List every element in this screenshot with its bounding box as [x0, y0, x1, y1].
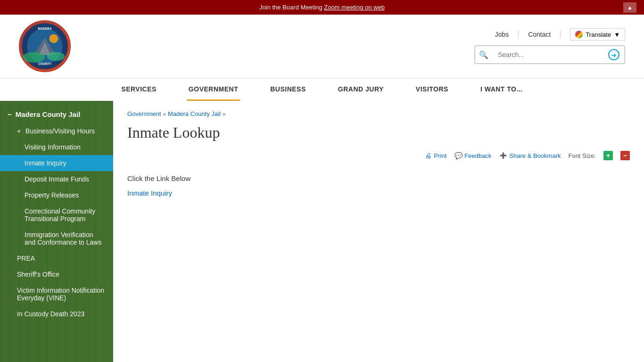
breadcrumb-separator-1: »	[163, 110, 168, 117]
font-size-label: Font Size:	[568, 152, 596, 159]
google-translate-icon	[575, 31, 583, 38]
scroll-top-button[interactable]: ▲	[623, 2, 636, 13]
translate-arrow: ▼	[614, 31, 620, 38]
content-toolbar: Print Feedback Share & Bookmark Font Siz…	[127, 151, 630, 160]
inmate-inquiry-link[interactable]: Inmate Inquiry	[127, 189, 172, 197]
sidebar-item-sheriffs-office[interactable]: Sheriff's Office	[0, 266, 113, 282]
feedback-button[interactable]: Feedback	[454, 151, 491, 160]
page-title: Inmate Lookup	[127, 124, 630, 141]
minus-icon: −	[8, 110, 12, 118]
sidebar-item-visiting-info[interactable]: Visiting Information	[0, 139, 113, 155]
content-intro: Click the Link Below	[127, 174, 630, 182]
search-submit-button[interactable]: ➜	[603, 46, 624, 63]
sidebar-item-property-releases[interactable]: Property Releases	[0, 187, 113, 203]
nav-grand-jury[interactable]: GRAND JURY	[336, 79, 386, 101]
search-icon: 🔍	[475, 50, 492, 59]
sidebar-item-deposit-funds[interactable]: Deposit Inmate Funds	[0, 171, 113, 187]
sidebar-item-correctional-community[interactable]: Correctional Community Transitional Prog…	[0, 203, 113, 227]
contact-link[interactable]: Contact	[528, 31, 551, 38]
sidebar-item-immigration[interactable]: Immigration Verification and Conformance…	[0, 227, 113, 250]
search-bar: 🔍 ➜	[474, 45, 625, 64]
content-area: − Madera County Jail + Business/Visiting…	[0, 101, 644, 362]
nav-government[interactable]: GOVERNMENT	[187, 79, 240, 101]
translate-label: Translate	[586, 31, 611, 38]
search-input[interactable]	[492, 48, 603, 61]
header-top-links: Jobs Contact Translate ▼	[495, 28, 625, 41]
sidebar-item-in-custody-death[interactable]: In Custody Death 2023	[0, 306, 113, 322]
divider2	[560, 31, 561, 38]
svg-point-4	[49, 34, 58, 43]
font-increase-button[interactable]: +	[603, 151, 613, 160]
sidebar-item-inmate-inquiry[interactable]: Inmate Inquiry	[0, 155, 113, 171]
sidebar-item-prea[interactable]: PREA	[0, 250, 113, 266]
sidebar-item-vine[interactable]: Victim Information Notification Everyday…	[0, 282, 113, 306]
print-icon	[424, 151, 432, 160]
sidebar-section-madera-jail[interactable]: − Madera County Jail	[0, 106, 113, 123]
breadcrumb: Government » Madera County Jail »	[127, 110, 630, 117]
jobs-link[interactable]: Jobs	[495, 31, 509, 38]
breadcrumb-madera-jail[interactable]: Madera County Jail	[168, 110, 221, 117]
sidebar-item-business-visiting[interactable]: + Business/Visiting Hours	[0, 123, 113, 139]
logo-area: MADERA COUNTY	[19, 20, 71, 72]
share-bookmark-label: Share & Bookmark	[509, 152, 561, 159]
font-decrease-button[interactable]: −	[620, 151, 630, 160]
breadcrumb-government[interactable]: Government	[127, 110, 161, 117]
svg-point-8	[47, 52, 65, 61]
search-submit-icon: ➜	[608, 49, 619, 60]
header-right: Jobs Contact Translate ▼ 🔍 ➜	[474, 28, 625, 64]
sidebar-section-title-label: Madera County Jail	[16, 110, 81, 118]
divider	[518, 31, 519, 38]
nav-visitors[interactable]: VISITORS	[414, 79, 450, 101]
print-button[interactable]: Print	[424, 151, 447, 160]
nav-services[interactable]: SERVICES	[119, 79, 158, 101]
feedback-icon	[454, 151, 462, 160]
translate-button[interactable]: Translate ▼	[570, 28, 625, 41]
main-nav: SERVICES GOVERNMENT BUSINESS GRAND JURY …	[0, 78, 644, 101]
share-bookmark-button[interactable]: Share & Bookmark	[499, 151, 561, 160]
main-content: Government » Madera County Jail » Inmate…	[113, 101, 644, 362]
breadcrumb-separator-2: »	[223, 110, 226, 117]
logo: MADERA COUNTY	[19, 20, 71, 72]
content-body: Click the Link Below Inmate Inquiry	[127, 170, 630, 197]
plus-icon: +	[17, 127, 21, 135]
banner-link[interactable]: Zoom meeting on web	[324, 4, 385, 11]
banner-text: Join the Board Meeting	[259, 4, 324, 11]
top-banner: Join the Board Meeting Zoom meeting on w…	[0, 0, 644, 15]
header: MADERA COUNTY Jobs Contact Translate ▼ 🔍	[0, 15, 644, 78]
svg-text:MADERA: MADERA	[38, 27, 51, 30]
nav-i-want-to[interactable]: I WANT TO...	[479, 79, 525, 101]
sidebar: − Madera County Jail + Business/Visiting…	[0, 101, 113, 362]
nav-business[interactable]: BUSINESS	[268, 79, 308, 101]
print-label: Print	[434, 152, 447, 159]
share-icon	[499, 151, 507, 160]
svg-point-7	[23, 52, 45, 63]
feedback-label: Feedback	[464, 152, 491, 159]
svg-text:COUNTY: COUNTY	[38, 62, 51, 66]
